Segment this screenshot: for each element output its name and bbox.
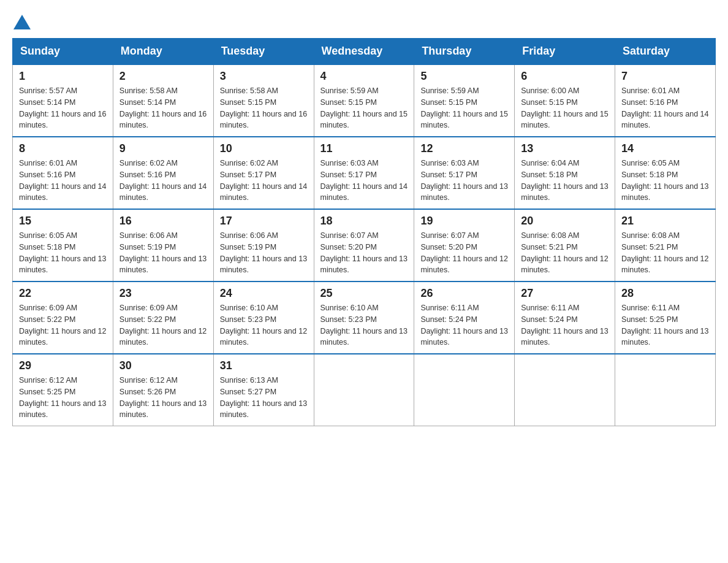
calendar-day-cell: 15Sunrise: 6:05 AMSunset: 5:18 PMDayligh…: [13, 209, 113, 282]
day-number: 30: [119, 359, 207, 372]
calendar-day-cell: 6Sunrise: 6:00 AMSunset: 5:15 PMDaylight…: [515, 64, 615, 137]
day-info: Sunrise: 5:59 AMSunset: 5:15 PMDaylight:…: [320, 85, 408, 131]
calendar-day-cell: 13Sunrise: 6:04 AMSunset: 5:18 PMDayligh…: [515, 137, 615, 209]
day-number: 25: [320, 287, 408, 300]
day-number: 2: [119, 70, 207, 83]
page-header: [12, 12, 716, 32]
day-info: Sunrise: 5:58 AMSunset: 5:14 PMDaylight:…: [119, 85, 207, 131]
calendar-day-cell: 27Sunrise: 6:11 AMSunset: 5:24 PMDayligh…: [515, 282, 615, 354]
calendar-day-cell: 28Sunrise: 6:11 AMSunset: 5:25 PMDayligh…: [615, 282, 716, 354]
calendar-day-cell: 23Sunrise: 6:09 AMSunset: 5:22 PMDayligh…: [113, 282, 213, 354]
day-info: Sunrise: 6:03 AMSunset: 5:17 PMDaylight:…: [420, 158, 508, 204]
day-number: 22: [19, 287, 107, 300]
day-number: 20: [521, 215, 609, 228]
calendar-day-cell: 1Sunrise: 5:57 AMSunset: 5:14 PMDaylight…: [13, 64, 113, 137]
svg-marker-0: [13, 15, 31, 29]
day-number: 15: [19, 215, 107, 228]
calendar-day-cell: 12Sunrise: 6:03 AMSunset: 5:17 PMDayligh…: [414, 137, 515, 209]
day-info: Sunrise: 6:02 AMSunset: 5:17 PMDaylight:…: [220, 158, 308, 204]
calendar-day-cell: 10Sunrise: 6:02 AMSunset: 5:17 PMDayligh…: [213, 137, 314, 209]
day-number: 31: [220, 359, 308, 372]
day-number: 16: [119, 215, 207, 228]
calendar-day-cell: 9Sunrise: 6:02 AMSunset: 5:16 PMDaylight…: [113, 137, 213, 209]
day-number: 3: [220, 70, 308, 83]
calendar-week-row: 29Sunrise: 6:12 AMSunset: 5:25 PMDayligh…: [13, 354, 716, 426]
calendar-day-cell: 29Sunrise: 6:12 AMSunset: 5:25 PMDayligh…: [13, 354, 113, 426]
calendar-day-cell: [314, 354, 414, 426]
logo: [12, 12, 31, 32]
day-number: 27: [521, 287, 609, 300]
calendar-day-cell: 20Sunrise: 6:08 AMSunset: 5:21 PMDayligh…: [515, 209, 615, 282]
calendar-day-cell: 25Sunrise: 6:10 AMSunset: 5:23 PMDayligh…: [314, 282, 414, 354]
weekday-header-sunday: Sunday: [13, 39, 113, 65]
weekday-header-saturday: Saturday: [615, 39, 716, 65]
day-number: 21: [621, 215, 709, 228]
calendar-week-row: 8Sunrise: 6:01 AMSunset: 5:16 PMDaylight…: [13, 137, 716, 209]
day-info: Sunrise: 6:00 AMSunset: 5:15 PMDaylight:…: [521, 85, 609, 131]
calendar-day-cell: 8Sunrise: 6:01 AMSunset: 5:16 PMDaylight…: [13, 137, 113, 209]
weekday-header-friday: Friday: [515, 39, 615, 65]
calendar-day-cell: 4Sunrise: 5:59 AMSunset: 5:15 PMDaylight…: [314, 64, 414, 137]
day-number: 10: [220, 142, 308, 155]
calendar-day-cell: 7Sunrise: 6:01 AMSunset: 5:16 PMDaylight…: [615, 64, 716, 137]
day-info: Sunrise: 6:12 AMSunset: 5:25 PMDaylight:…: [19, 375, 107, 421]
calendar-week-row: 22Sunrise: 6:09 AMSunset: 5:22 PMDayligh…: [13, 282, 716, 354]
day-info: Sunrise: 6:02 AMSunset: 5:16 PMDaylight:…: [119, 158, 207, 204]
day-number: 9: [119, 142, 207, 155]
day-info: Sunrise: 6:13 AMSunset: 5:27 PMDaylight:…: [220, 375, 308, 421]
day-info: Sunrise: 6:06 AMSunset: 5:19 PMDaylight:…: [119, 230, 207, 276]
day-number: 14: [621, 142, 709, 155]
calendar-day-cell: 16Sunrise: 6:06 AMSunset: 5:19 PMDayligh…: [113, 209, 213, 282]
day-number: 26: [420, 287, 508, 300]
logo-triangle-icon: [13, 12, 31, 29]
calendar-day-cell: 30Sunrise: 6:12 AMSunset: 5:26 PMDayligh…: [113, 354, 213, 426]
weekday-header-tuesday: Tuesday: [213, 39, 314, 65]
day-info: Sunrise: 5:57 AMSunset: 5:14 PMDaylight:…: [19, 85, 107, 131]
day-info: Sunrise: 6:11 AMSunset: 5:25 PMDaylight:…: [621, 302, 709, 348]
calendar-table: SundayMondayTuesdayWednesdayThursdayFrid…: [12, 38, 716, 426]
calendar-day-cell: 3Sunrise: 5:58 AMSunset: 5:15 PMDaylight…: [213, 64, 314, 137]
weekday-header-thursday: Thursday: [414, 39, 515, 65]
calendar-day-cell: 21Sunrise: 6:08 AMSunset: 5:21 PMDayligh…: [615, 209, 716, 282]
day-number: 13: [521, 142, 609, 155]
calendar-day-cell: [615, 354, 716, 426]
calendar-day-cell: 17Sunrise: 6:06 AMSunset: 5:19 PMDayligh…: [213, 209, 314, 282]
day-info: Sunrise: 6:05 AMSunset: 5:18 PMDaylight:…: [19, 230, 107, 276]
calendar-day-cell: [414, 354, 515, 426]
day-number: 24: [220, 287, 308, 300]
day-info: Sunrise: 6:11 AMSunset: 5:24 PMDaylight:…: [521, 302, 609, 348]
day-number: 6: [521, 70, 609, 83]
calendar-day-cell: 18Sunrise: 6:07 AMSunset: 5:20 PMDayligh…: [314, 209, 414, 282]
calendar-day-cell: 14Sunrise: 6:05 AMSunset: 5:18 PMDayligh…: [615, 137, 716, 209]
day-info: Sunrise: 6:08 AMSunset: 5:21 PMDaylight:…: [521, 230, 609, 276]
day-info: Sunrise: 6:06 AMSunset: 5:19 PMDaylight:…: [220, 230, 308, 276]
day-number: 18: [320, 215, 408, 228]
day-number: 7: [621, 70, 709, 83]
day-number: 1: [19, 70, 107, 83]
day-number: 19: [420, 215, 508, 228]
day-number: 28: [621, 287, 709, 300]
day-info: Sunrise: 6:05 AMSunset: 5:18 PMDaylight:…: [621, 158, 709, 204]
day-number: 23: [119, 287, 207, 300]
day-number: 12: [420, 142, 508, 155]
calendar-day-cell: 19Sunrise: 6:07 AMSunset: 5:20 PMDayligh…: [414, 209, 515, 282]
day-info: Sunrise: 6:10 AMSunset: 5:23 PMDaylight:…: [220, 302, 308, 348]
calendar-week-row: 15Sunrise: 6:05 AMSunset: 5:18 PMDayligh…: [13, 209, 716, 282]
day-info: Sunrise: 5:58 AMSunset: 5:15 PMDaylight:…: [220, 85, 308, 131]
day-info: Sunrise: 6:03 AMSunset: 5:17 PMDaylight:…: [320, 158, 408, 204]
day-number: 11: [320, 142, 408, 155]
day-number: 8: [19, 142, 107, 155]
calendar-day-cell: 24Sunrise: 6:10 AMSunset: 5:23 PMDayligh…: [213, 282, 314, 354]
calendar-day-cell: 5Sunrise: 5:59 AMSunset: 5:15 PMDaylight…: [414, 64, 515, 137]
day-info: Sunrise: 5:59 AMSunset: 5:15 PMDaylight:…: [420, 85, 508, 131]
day-info: Sunrise: 6:10 AMSunset: 5:23 PMDaylight:…: [320, 302, 408, 348]
calendar-day-cell: 31Sunrise: 6:13 AMSunset: 5:27 PMDayligh…: [213, 354, 314, 426]
day-number: 4: [320, 70, 408, 83]
weekday-header-monday: Monday: [113, 39, 213, 65]
day-info: Sunrise: 6:12 AMSunset: 5:26 PMDaylight:…: [119, 375, 207, 421]
calendar-week-row: 1Sunrise: 5:57 AMSunset: 5:14 PMDaylight…: [13, 64, 716, 137]
day-info: Sunrise: 6:08 AMSunset: 5:21 PMDaylight:…: [621, 230, 709, 276]
weekday-header-row: SundayMondayTuesdayWednesdayThursdayFrid…: [13, 39, 716, 65]
calendar-day-cell: 11Sunrise: 6:03 AMSunset: 5:17 PMDayligh…: [314, 137, 414, 209]
day-info: Sunrise: 6:04 AMSunset: 5:18 PMDaylight:…: [521, 158, 609, 204]
